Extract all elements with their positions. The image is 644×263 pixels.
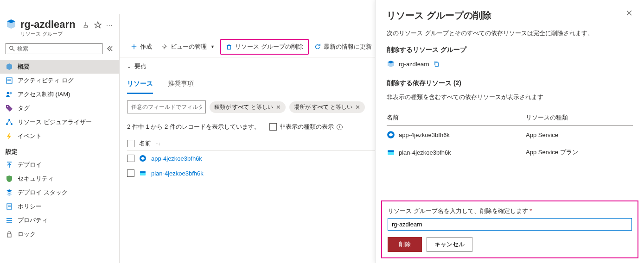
deploy-icon: [6, 161, 13, 169]
column-header-name[interactable]: 名前: [139, 139, 151, 148]
col-name: 名前: [387, 113, 526, 122]
nav-security[interactable]: セキュリティ: [0, 172, 119, 186]
app-service-icon: [139, 155, 147, 162]
copy-icon[interactable]: [433, 61, 440, 67]
filter-pill-type[interactable]: 種類が すべて と等しい ✕: [210, 101, 286, 113]
filter-pill-location[interactable]: 場所が すべて と等しい ✕: [289, 101, 365, 113]
nav-label: アクティビティ ログ: [18, 76, 74, 85]
shield-icon: [6, 175, 13, 182]
close-panel-icon[interactable]: [625, 9, 633, 17]
policy-icon: [6, 203, 13, 210]
svg-line-12: [9, 120, 12, 124]
nav-properties[interactable]: プロパティ: [0, 213, 119, 227]
nav-label: デプロイ: [18, 161, 42, 169]
svg-point-6: [10, 92, 12, 94]
nav-iam[interactable]: アクセス制御 (IAM): [0, 88, 119, 101]
dep-type: App Service プラン: [526, 148, 578, 157]
close-icon[interactable]: ✕: [355, 104, 360, 111]
manage-view-button[interactable]: ビューの管理 ▼: [158, 41, 218, 53]
svg-point-0: [10, 46, 13, 50]
svg-rect-23: [227, 45, 230, 49]
nav-events[interactable]: イベント: [0, 129, 119, 143]
checkbox-icon[interactable]: [269, 123, 277, 131]
sidebar-search[interactable]: [6, 43, 102, 54]
create-button[interactable]: 作成: [127, 41, 156, 53]
resource-group-icon: [6, 19, 17, 30]
sidebar-search-input[interactable]: [17, 45, 99, 52]
rg-name: rg-azdlearn: [399, 61, 429, 68]
bolt-icon: [6, 132, 13, 140]
row-checkbox[interactable]: [127, 169, 134, 177]
dep-row: plan-4jezkoe3bfh6k App Service プラン: [387, 144, 633, 161]
show-hidden-checkbox[interactable]: 非表示の種類の表示 i: [269, 123, 343, 131]
dep-name: plan-4jezkoe3bfh6k: [399, 149, 451, 156]
log-icon: [6, 77, 13, 84]
nav-label: ポリシー: [18, 202, 42, 211]
more-icon[interactable]: ···: [106, 21, 114, 29]
records-count: 2 件中 1 から 2 件のレコードを表示しています。: [127, 123, 260, 131]
stack-icon: [6, 189, 13, 196]
info-icon[interactable]: i: [337, 124, 343, 130]
svg-rect-28: [140, 171, 146, 173]
resource-group-icon: [387, 60, 395, 68]
nav-label: イベント: [18, 132, 42, 140]
nav-label: リソース ビジュアライザー: [18, 118, 92, 126]
nav-label: 概要: [18, 63, 30, 71]
svg-point-5: [7, 92, 9, 94]
dep-name: app-4jezkoe3bfh6k: [399, 132, 450, 138]
svg-point-7: [7, 106, 8, 107]
collapse-sidebar-icon[interactable]: [106, 45, 114, 52]
nav-overview[interactable]: 概要: [0, 60, 119, 74]
page-subtitle: リソース グループ: [20, 31, 78, 38]
dep-type: App Service: [526, 132, 558, 138]
people-icon: [6, 91, 13, 98]
refresh-button[interactable]: 最新の情報に更新: [311, 41, 376, 53]
cancel-button[interactable]: キャンセル: [427, 237, 472, 252]
row-checkbox[interactable]: [127, 155, 134, 162]
svg-point-22: [164, 46, 166, 48]
manage-view-label: ビューの管理: [171, 43, 207, 51]
delete-panel: リソース グループの削除 次のリソース グループとそのすべての依存リソースは完全…: [375, 0, 644, 263]
nav-label: デプロイ スタック: [18, 188, 68, 197]
star-icon[interactable]: [94, 21, 102, 29]
create-label: 作成: [140, 43, 152, 51]
nav-deploy-stack[interactable]: デプロイ スタック: [0, 186, 119, 200]
deps-heading: 削除する依存リソース (2): [387, 79, 633, 88]
nav-label: ロック: [18, 230, 36, 238]
svg-line-1: [13, 49, 14, 51]
props-icon: [6, 217, 13, 224]
deps-note: 非表示の種類を含むすべての依存リソースが表示されます: [387, 93, 633, 101]
nav-activity-log[interactable]: アクティビティ ログ: [0, 74, 119, 88]
app-plan-icon: [139, 169, 147, 177]
nav-visualizer[interactable]: リソース ビジュアライザー: [0, 115, 119, 129]
nav-label: セキュリティ: [18, 175, 54, 183]
nav-tags[interactable]: タグ: [0, 101, 119, 115]
gear-icon: [161, 44, 168, 50]
pin-icon[interactable]: [82, 21, 89, 29]
filter-search-input[interactable]: [127, 100, 206, 113]
tab-resources[interactable]: リソース: [127, 75, 153, 94]
select-all-checkbox[interactable]: [127, 140, 134, 147]
warning-text: 次のリソース グループとそのすべての依存リソースは完全に削除されます。: [387, 29, 633, 38]
nav-policies[interactable]: ポリシー: [0, 200, 119, 213]
svg-line-11: [7, 120, 9, 124]
tab-recommendations[interactable]: 推奨事項: [168, 75, 194, 94]
nav-locks[interactable]: ロック: [0, 227, 119, 241]
show-hidden-label: 非表示の種類の表示: [280, 123, 334, 131]
delete-button[interactable]: 削除: [388, 237, 422, 252]
nav-deployments[interactable]: デプロイ: [0, 158, 119, 172]
resource-link[interactable]: app-4jezkoe3bfh6k: [151, 155, 202, 162]
svg-rect-34: [388, 150, 394, 152]
chevron-down-icon: ▼: [210, 44, 215, 49]
delete-rg-button[interactable]: リソース グループの削除: [220, 39, 309, 55]
close-icon[interactable]: ✕: [276, 104, 281, 111]
sort-icon[interactable]: ↑↓: [156, 141, 160, 146]
dep-row: app-4jezkoe3bfh6k App Service: [387, 126, 633, 144]
resource-link[interactable]: plan-4jezkoe3bfh6k: [151, 170, 204, 177]
app-service-icon: [387, 131, 395, 139]
delete-rg-label: リソース グループの削除: [235, 43, 303, 51]
nav-label: タグ: [18, 104, 30, 113]
confirm-input[interactable]: [388, 218, 632, 231]
col-type: リソースの種類: [526, 113, 568, 122]
settings-heading: 設定: [0, 143, 119, 158]
